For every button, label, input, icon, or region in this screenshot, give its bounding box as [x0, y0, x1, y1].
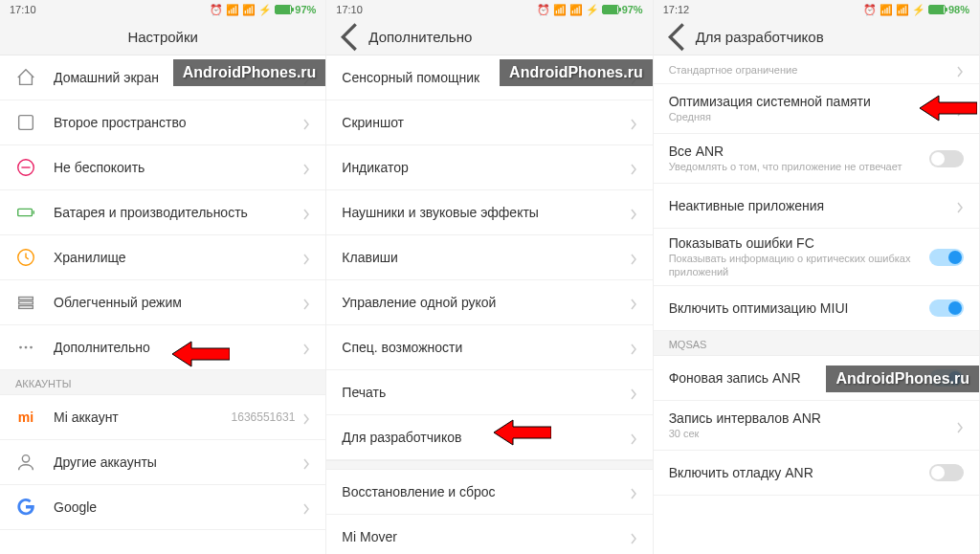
- row-std-limit[interactable]: Стандартное ограничение: [654, 55, 979, 84]
- row-inactive-apps[interactable]: Неактивные приложения: [654, 184, 979, 229]
- row-sensor-assistant[interactable]: Сенсорный помощник: [326, 55, 652, 100]
- row-anr-debug[interactable]: Включить отладку ANR: [654, 451, 979, 496]
- row-mi-account[interactable]: mi Mi аккаунт 1636551631: [0, 395, 325, 440]
- row-label: Сенсорный помощник: [342, 70, 629, 85]
- chevron-right-icon: [302, 162, 310, 173]
- row-home-screen[interactable]: Домашний экран: [0, 55, 325, 100]
- content-area[interactable]: Стандартное ограничение Оптимизация сист…: [654, 55, 979, 554]
- header-title: Настройки: [127, 29, 198, 45]
- battery-icon: [275, 5, 292, 14]
- row-label: Оптимизация системной памяти: [669, 94, 956, 109]
- row-additional[interactable]: Дополнительно: [0, 325, 325, 370]
- header: Настройки: [0, 19, 325, 55]
- toggle-miui-opt[interactable]: [929, 299, 964, 317]
- row-label: Mi Mover: [342, 529, 629, 544]
- row-bg-anr[interactable]: Фоновая запись ANR: [654, 356, 979, 401]
- row-lite-mode[interactable]: Облегченный режим: [0, 280, 325, 325]
- row-label: Включить отладку ANR: [669, 465, 929, 480]
- google-icon: [15, 497, 36, 518]
- back-button[interactable]: [340, 28, 359, 47]
- section-gap: [326, 460, 652, 470]
- battery-icon: [928, 5, 946, 14]
- header: Для разработчиков: [654, 19, 979, 55]
- row-label: Печать: [342, 385, 629, 400]
- signal-icon: 📶: [569, 4, 583, 16]
- svg-rect-5: [19, 301, 33, 304]
- user-icon: [15, 452, 36, 473]
- row-memory-opt[interactable]: Оптимизация системной памяти Средняя: [654, 84, 979, 134]
- wifi-icon: 📶: [880, 4, 893, 16]
- row-one-hand[interactable]: Управление одной рукой: [326, 280, 652, 325]
- row-label: Наушники и звуковые эффекты: [342, 205, 629, 220]
- chevron-right-icon: [956, 420, 964, 432]
- row-miui-opt[interactable]: Включить оптимизацию MIUI: [654, 286, 979, 331]
- settings-screen: 17:10 ⏰ 📶 📶 ⚡ 97% Настройки Домашний экр…: [0, 0, 326, 554]
- signal-icon: 📶: [896, 4, 909, 16]
- row-label: Батарея и производительность: [54, 205, 302, 220]
- row-value: 1636551631: [232, 410, 296, 424]
- chevron-right-icon: [630, 162, 637, 173]
- chevron-right-icon: [630, 207, 637, 218]
- clock-icon: [15, 247, 36, 268]
- row-label: Восстановление и сброс: [342, 484, 629, 499]
- chevron-right-icon: [956, 103, 964, 115]
- row-all-anr[interactable]: Все ANR Уведомлять о том, что приложение…: [654, 134, 979, 184]
- row-reset[interactable]: Восстановление и сброс: [326, 470, 652, 515]
- row-anr-interval[interactable]: Запись интервалов ANR 30 сек: [654, 401, 979, 451]
- content-area[interactable]: Сенсорный помощник Скриншот Индикатор На…: [326, 55, 652, 554]
- row-mi-mover[interactable]: Mi Mover: [326, 515, 652, 554]
- status-bar: 17:10 ⏰ 📶 📶 ⚡ 97%: [0, 0, 325, 19]
- row-label: Индикатор: [342, 160, 629, 175]
- row-dnd[interactable]: Не беспокоить: [0, 145, 325, 190]
- header-title: Для разработчиков: [696, 29, 824, 45]
- chevron-right-icon: [302, 297, 310, 308]
- row-other-accounts[interactable]: Другие аккаунты: [0, 440, 325, 485]
- row-label: Второе пространство: [54, 115, 302, 130]
- alarm-icon: ⏰: [863, 4, 877, 16]
- row-second-space[interactable]: Второе пространство: [0, 100, 325, 145]
- row-label: Дополнительно: [54, 340, 302, 355]
- row-sub: Показывать информацию о критических ошиб…: [669, 253, 929, 277]
- row-headphones[interactable]: Наушники и звуковые эффекты: [326, 190, 652, 235]
- charge-icon: ⚡: [258, 4, 272, 16]
- row-screenshot[interactable]: Скриншот: [326, 100, 652, 145]
- svg-rect-0: [19, 116, 33, 130]
- battery-percent: 97%: [295, 4, 316, 15]
- chevron-right-icon: [956, 64, 964, 76]
- row-sub: 30 сек: [669, 428, 956, 440]
- row-accessibility[interactable]: Спец. возможности: [326, 325, 652, 370]
- row-indicator[interactable]: Индикатор: [326, 145, 652, 190]
- toggle-fc-errors[interactable]: [929, 249, 964, 266]
- row-label: Фоновая запись ANR: [669, 370, 929, 386]
- chevron-right-icon: [630, 486, 637, 498]
- row-google[interactable]: Google: [0, 485, 325, 530]
- toggle-anr-debug[interactable]: [929, 464, 964, 481]
- toggle-bg-anr[interactable]: [929, 369, 964, 387]
- chevron-right-icon: [630, 531, 637, 543]
- row-sub: Средняя: [669, 111, 956, 123]
- chevron-right-icon: [630, 252, 637, 263]
- charge-icon: ⚡: [586, 4, 599, 16]
- status-time: 17:10: [336, 4, 363, 15]
- content-area[interactable]: Домашний экран Второе пространство Не бе…: [0, 55, 325, 554]
- chevron-right-icon: [302, 252, 310, 263]
- row-label: Запись интервалов ANR: [669, 410, 956, 426]
- row-fc-errors[interactable]: Показывать ошибки FC Показывать информац…: [654, 229, 979, 286]
- battery-percent: 98%: [948, 4, 969, 15]
- row-developers[interactable]: Для разработчиков: [326, 415, 652, 460]
- row-keys[interactable]: Клавиши: [326, 235, 652, 280]
- chevron-right-icon: [630, 432, 637, 443]
- status-bar: 17:12 ⏰ 📶 📶 ⚡ 98%: [654, 0, 979, 19]
- svg-point-8: [25, 346, 28, 349]
- row-battery-perf[interactable]: Батарея и производительность: [0, 190, 325, 235]
- toggle-all-anr[interactable]: [929, 150, 964, 167]
- chevron-right-icon: [302, 117, 310, 128]
- battery-icon: [602, 5, 619, 14]
- back-button[interactable]: [667, 28, 686, 47]
- status-time: 17:12: [663, 4, 690, 15]
- chevron-right-icon: [302, 501, 310, 513]
- row-print[interactable]: Печать: [326, 370, 652, 415]
- header: Дополнительно: [326, 19, 652, 55]
- battery-icon: [15, 202, 36, 223]
- row-storage[interactable]: Хранилище: [0, 235, 325, 280]
